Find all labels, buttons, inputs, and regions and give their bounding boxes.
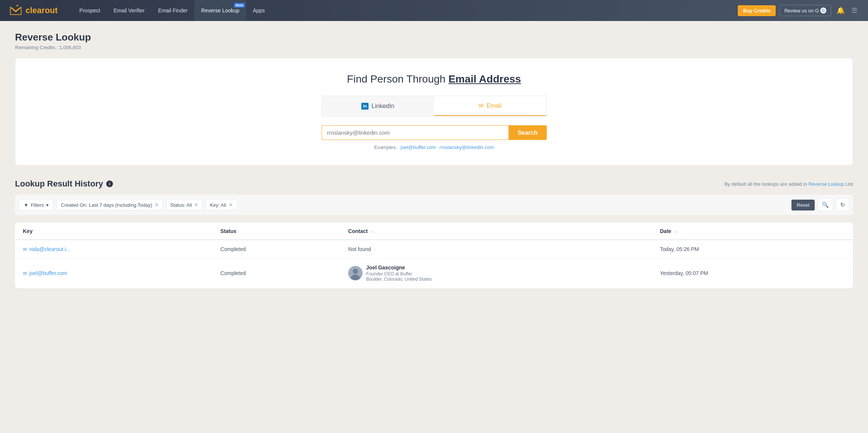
logo-out: out	[45, 6, 57, 15]
contact-location: Boulder, Colorado, United States	[366, 277, 432, 282]
g-icon: G	[820, 8, 826, 14]
search-examples: Examples: joel@buffer.com rroslansky@lin…	[23, 144, 845, 150]
filter-tag-status[interactable]: Status: All ✕	[166, 200, 203, 210]
nav-reverse-lookup-label: Reverse Lookup	[201, 8, 239, 14]
search-icon: 🔍	[822, 201, 829, 208]
review-button[interactable]: Review us on G G	[779, 5, 831, 16]
nav-prospect[interactable]: Prospect	[73, 0, 107, 21]
filter1-label: Created On: Last 7 days (Including Today…	[61, 202, 152, 208]
filter-icon: ▼	[24, 202, 29, 208]
logo-clear: clear	[26, 6, 45, 15]
col-date-label: Date	[660, 228, 671, 234]
review-label: Review us on G	[784, 8, 819, 14]
row2-contact-info: Joel Gascoigne Founder CEO at Buffer Bou…	[348, 265, 645, 282]
tab-email[interactable]: ✉ Email	[434, 96, 546, 116]
svg-rect-0	[9, 4, 23, 17]
filter-tag-key[interactable]: Key: All ✕	[206, 200, 237, 210]
row1-status-cell: Completed	[213, 240, 340, 259]
avatar	[348, 266, 363, 280]
lookup-tabs: in LinkedIn ✉ Email	[322, 96, 547, 116]
svg-point-2	[353, 269, 358, 274]
row2-key-link[interactable]: ✉ joel@buffer.com	[23, 270, 205, 276]
row1-email-icon: ✉	[23, 247, 27, 252]
contact-details: Joel Gascoigne Founder CEO at Buffer Bou…	[366, 265, 432, 282]
history-table: Key Status Contact ↑↓ Date ↑↓	[15, 223, 853, 288]
row1-key-link[interactable]: ✉ nida@clearout.i...	[23, 246, 205, 252]
nav-reverse-lookup[interactable]: Reverse Lookup Beta	[194, 0, 246, 21]
col-key: Key	[15, 223, 213, 240]
nav-email-finder[interactable]: Email Finder	[151, 0, 194, 21]
table-row: ✉ joel@buffer.com Completed	[15, 259, 853, 288]
filters-label: Filters	[31, 202, 44, 208]
logo[interactable]: clearout	[9, 4, 58, 17]
filters-button[interactable]: ▼ Filters ▾	[19, 200, 54, 210]
page-content: Reverse Lookup Remaining Credits : 1,006…	[0, 21, 868, 299]
row2-key-value: joel@buffer.com	[29, 270, 67, 276]
example1-link[interactable]: joel@buffer.com	[401, 144, 436, 150]
examples-label: Examples:	[374, 144, 397, 150]
search-input[interactable]	[322, 125, 509, 140]
nav-email-verifier[interactable]: Email Verifier	[107, 0, 151, 21]
history-section: Lookup Result History i By default all t…	[15, 179, 853, 288]
credits-value: 1,006,603	[59, 45, 81, 50]
nav-apps[interactable]: Apps	[246, 0, 272, 21]
table-header: Key Status Contact ↑↓ Date ↑↓	[15, 223, 853, 240]
filter-tag-created-on[interactable]: Created On: Last 7 days (Including Today…	[57, 200, 163, 210]
history-title: Lookup Result History i	[15, 179, 113, 189]
navbar-right: Buy Credits Review us on G G 🔔 ☰	[738, 5, 859, 16]
search-input-row: Search	[322, 125, 547, 140]
row1-date-value: Today, 05:26 PM	[660, 246, 699, 252]
history-header: Lookup Result History i By default all t…	[15, 179, 853, 189]
bell-icon[interactable]: 🔔	[835, 5, 846, 16]
filter3-label: Key: All	[210, 202, 226, 208]
col-status-label: Status	[220, 228, 236, 234]
row1-key-value: nida@clearout.i...	[29, 246, 70, 252]
menu-icon[interactable]: ☰	[850, 5, 859, 16]
navbar: clearout Prospect Email Verifier Email F…	[0, 0, 868, 21]
buy-credits-button[interactable]: Buy Credits	[738, 5, 776, 16]
contact-title: Founder CEO at Buffer	[366, 271, 412, 277]
tab-linkedin-label: LinkedIn	[372, 103, 394, 110]
search-button[interactable]: Search	[508, 125, 546, 140]
row1-contact-value: Not found	[348, 246, 371, 252]
page-subtitle: Remaining Credits : 1,006,603	[15, 45, 853, 50]
linkedin-icon: in	[361, 103, 369, 110]
history-note: By default all the lookups are added in …	[724, 181, 853, 187]
email-tab-icon: ✉	[478, 102, 483, 109]
info-icon: i	[106, 180, 113, 187]
search-icon-button[interactable]: 🔍	[818, 198, 833, 211]
date-sort-icon: ↑↓	[674, 229, 678, 234]
col-date[interactable]: Date ↑↓	[652, 223, 853, 240]
search-card: Find Person Through Email Address in Lin…	[15, 58, 853, 165]
table-row: ✉ nida@clearout.i... Completed Not found…	[15, 240, 853, 259]
filter2-label: Status: All	[170, 202, 192, 208]
col-key-label: Key	[23, 228, 33, 234]
nav-links: Prospect Email Verifier Email Finder Rev…	[73, 0, 738, 21]
contact-name: Joel Gascoigne	[366, 265, 432, 271]
tab-linkedin[interactable]: in LinkedIn	[322, 96, 434, 116]
history-title-text: Lookup Result History	[15, 179, 103, 189]
contact-sort-icon: ↑↓	[371, 229, 375, 234]
row1-status-value: Completed	[220, 246, 246, 252]
tab-email-label: Email	[486, 102, 501, 109]
reverse-lookup-list-link[interactable]: Reverse Lookup	[808, 181, 844, 187]
page-header: Reverse Lookup Remaining Credits : 1,006…	[15, 32, 853, 50]
filter2-remove-icon[interactable]: ✕	[194, 202, 199, 208]
row2-date-value: Yesterday, 05:07 PM	[660, 270, 708, 276]
table-body: ✉ nida@clearout.i... Completed Not found…	[15, 240, 853, 288]
row2-key-cell: ✉ joel@buffer.com	[15, 259, 213, 288]
search-heading: Find Person Through Email Address	[23, 73, 845, 85]
refresh-icon: ↻	[840, 201, 845, 208]
note-prefix: By default all the lookups are added in	[724, 181, 808, 187]
filter1-remove-icon[interactable]: ✕	[155, 202, 159, 208]
col-contact[interactable]: Contact ↑↓	[341, 223, 653, 240]
reset-button[interactable]: Reset	[791, 200, 815, 210]
row2-contact-cell: Joel Gascoigne Founder CEO at Buffer Bou…	[341, 259, 653, 288]
row2-status-cell: Completed	[213, 259, 340, 288]
filter3-remove-icon[interactable]: ✕	[229, 202, 233, 208]
refresh-icon-button[interactable]: ↻	[836, 198, 849, 211]
example2-link[interactable]: rroslansky@linkedin.com	[439, 144, 494, 150]
page-title: Reverse Lookup	[15, 32, 853, 43]
row2-email-icon: ✉	[23, 271, 27, 276]
note-suffix: List	[845, 181, 853, 187]
